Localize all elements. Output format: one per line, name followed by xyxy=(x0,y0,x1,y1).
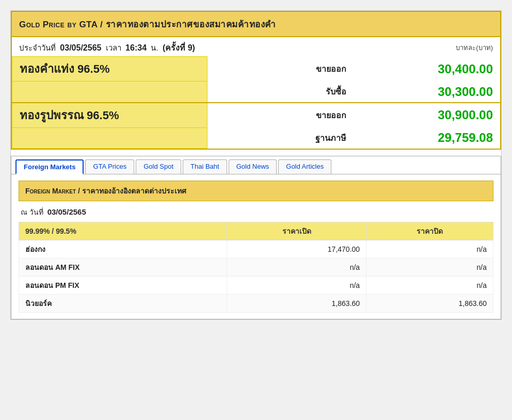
price-3: 30,900.00 xyxy=(354,103,500,128)
market-close-london-pm: n/a xyxy=(366,276,493,294)
foreign-market-header: Foreign Market / ราคาทองอ้างอิงตลาดต่างป… xyxy=(19,181,493,201)
action-4: ฐานภาษี xyxy=(207,127,354,148)
time-value: 16:34 xyxy=(125,43,147,52)
market-table-header-row: 99.99% / 99.5% ราคาเปิด ราคาปิด xyxy=(19,222,493,240)
market-open-london-am: n/a xyxy=(227,258,366,276)
market-date: ณ วันที่ 03/05/2565 xyxy=(19,206,493,218)
header-title: Gold Price by GTA / ราคาทองตามประกาศของส… xyxy=(19,17,493,31)
tab-gold-articles[interactable]: Gold Articles xyxy=(278,159,331,174)
market-open-london-pm: n/a xyxy=(227,276,366,294)
gold-type-1: ทองคำแท่ง 96.5% xyxy=(12,57,207,82)
market-date-value: 03/05/2565 xyxy=(47,207,86,216)
market-close-hk: n/a xyxy=(366,240,493,258)
date-value: 03/05/2565 xyxy=(60,43,101,52)
gold-type-2: ทองรูปพรรณ 96.5% xyxy=(12,103,207,128)
table-row: ทองคำแท่ง 96.5% ขายออก 30,400.00 xyxy=(12,57,501,82)
col-header-open: ราคาเปิด xyxy=(227,222,366,240)
market-row-london-pm: ลอนดอน PM FIX n/a n/a xyxy=(19,276,493,294)
market-row-hongkong: ฮ่องกง 17,470.00 n/a xyxy=(19,240,493,258)
header-section: Gold Price by GTA / ราคาทองตามประกาศของส… xyxy=(11,11,501,37)
price-2: 30,300.00 xyxy=(354,82,500,103)
price-table: ทองคำแท่ง 96.5% ขายออก 30,400.00 รับซื้อ… xyxy=(12,56,500,149)
main-container: Gold Price by GTA / ราคาทองตามประกาศของส… xyxy=(10,10,502,320)
tab-section: Foreign Markets GTA Prices Gold Spot Tha… xyxy=(11,156,501,319)
market-name-hk: ฮ่องกง xyxy=(19,240,227,258)
table-row: ฐานภาษี 29,759.08 xyxy=(12,127,501,148)
date-prefix: ประจำวันที่ xyxy=(19,43,56,52)
market-close-ny: 1,863.60 xyxy=(366,294,493,312)
market-date-label: ณ วันที่ xyxy=(21,208,43,216)
time-prefix: เวลา xyxy=(106,43,121,52)
price-4: 29,759.08 xyxy=(354,127,500,148)
round-label: (ครั้งที่ 9) xyxy=(163,43,195,52)
table-row: รับซื้อ 30,300.00 xyxy=(12,82,501,103)
market-name-london-am: ลอนดอน AM FIX xyxy=(19,258,227,276)
action-3: ขายออก xyxy=(207,103,354,128)
gold-type-empty-2 xyxy=(12,127,207,148)
date-row: ประจำวันที่ 03/05/2565 เวลา 16:34 น. (คร… xyxy=(12,37,500,56)
market-open-hk: 17,470.00 xyxy=(227,240,366,258)
tab-thai-baht[interactable]: Thai Baht xyxy=(183,159,227,174)
tab-gold-news[interactable]: Gold News xyxy=(229,159,277,174)
market-close-london-am: n/a xyxy=(366,258,493,276)
action-1: ขายออก xyxy=(207,57,354,82)
unit-label: บาทละ(บาท) xyxy=(456,42,493,53)
market-open-ny: 1,863.60 xyxy=(227,294,366,312)
col-header-market: 99.99% / 99.5% xyxy=(19,222,227,240)
tab-bar: Foreign Markets GTA Prices Gold Spot Tha… xyxy=(11,156,501,174)
tab-foreign-markets[interactable]: Foreign Markets xyxy=(15,159,84,174)
market-name-ny: นิวยอร์ค xyxy=(19,294,227,312)
table-row: ทองรูปพรรณ 96.5% ขายออก 30,900.00 xyxy=(12,103,501,128)
price-section: ประจำวันที่ 03/05/2565 เวลา 16:34 น. (คร… xyxy=(11,37,501,150)
market-row-london-am: ลอนดอน AM FIX n/a n/a xyxy=(19,258,493,276)
date-label: ประจำวันที่ 03/05/2565 เวลา 16:34 น. (คร… xyxy=(19,41,195,54)
tab-gold-spot[interactable]: Gold Spot xyxy=(136,159,181,174)
gold-type-empty-1 xyxy=(12,82,207,103)
market-name-london-pm: ลอนดอน PM FIX xyxy=(19,276,227,294)
price-1: 30,400.00 xyxy=(354,57,500,82)
market-row-newyork: นิวยอร์ค 1,863.60 1,863.60 xyxy=(19,294,493,312)
tab-content: Foreign Market / ราคาทองอ้างอิงตลาดต่างป… xyxy=(11,174,501,319)
action-2: รับซื้อ xyxy=(207,82,354,103)
col-header-close: ราคาปิด xyxy=(366,222,493,240)
unit-suffix: น. xyxy=(151,43,158,52)
tab-gta-prices[interactable]: GTA Prices xyxy=(85,159,134,174)
market-table: 99.99% / 99.5% ราคาเปิด ราคาปิด ฮ่องกง 1… xyxy=(19,222,493,313)
